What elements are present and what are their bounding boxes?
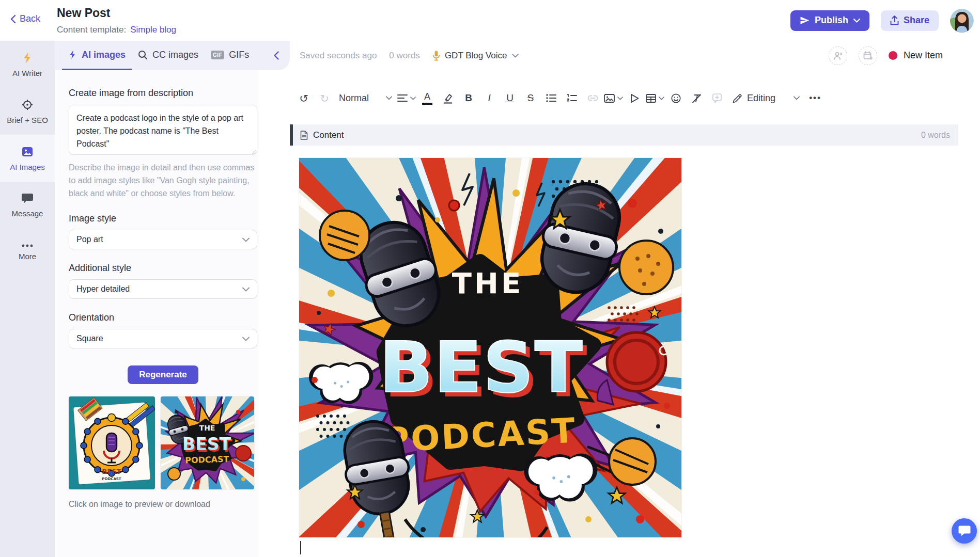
chevron-down-icon xyxy=(242,287,250,292)
redo-button[interactable]: ↻ xyxy=(315,88,334,108)
undo-button[interactable]: ↺ xyxy=(294,88,313,108)
insert-image-button[interactable] xyxy=(604,88,623,108)
search-icon xyxy=(138,50,148,60)
table-icon xyxy=(646,94,656,103)
bullet-list-button[interactable] xyxy=(542,88,561,108)
chat-icon xyxy=(958,525,971,537)
svg-text:THE: THE xyxy=(452,266,523,300)
additional-style-select[interactable]: Hyper detailed xyxy=(69,279,257,299)
image-style-select[interactable]: Pop art xyxy=(69,230,257,249)
comment-button[interactable] xyxy=(708,88,726,108)
comment-add-icon xyxy=(712,93,722,103)
template-link[interactable]: Simple blog xyxy=(130,25,176,35)
numbered-list-icon xyxy=(567,94,577,103)
lightning-icon xyxy=(68,50,77,60)
microphone-icon xyxy=(432,51,440,61)
underline-button[interactable]: U xyxy=(501,88,519,108)
generated-thumbnail-1[interactable]: . BEST PODCAST xyxy=(69,396,155,489)
back-button[interactable]: Back xyxy=(10,13,40,24)
svg-text:BEST: BEST xyxy=(102,468,121,475)
chevron-left-icon xyxy=(274,51,279,60)
template-label: Content template: xyxy=(57,25,126,35)
sidebar-item-more[interactable]: More xyxy=(0,229,55,276)
sidebar-item-brief-seo[interactable]: Brief + SEO xyxy=(0,88,55,135)
voice-selector[interactable]: GDT Blog Voice xyxy=(432,51,519,61)
new-item-status[interactable]: New Item xyxy=(889,50,943,61)
paragraph-style-select[interactable]: Normal xyxy=(336,88,395,108)
lightning-icon xyxy=(22,52,33,64)
generated-thumbnail-2[interactable]: THE BEST BEST PODCAST xyxy=(161,396,254,489)
create-image-label: Create image from description xyxy=(69,88,257,99)
word-count: 0 words xyxy=(389,51,420,61)
top-header: Back New Post Content template: Simple b… xyxy=(0,0,980,41)
clear-format-icon xyxy=(692,93,702,103)
svg-text:PODCAST: PODCAST xyxy=(102,477,121,481)
calendar-add-icon xyxy=(863,51,873,61)
additional-style-label: Additional style xyxy=(69,263,257,274)
sidebar-item-ai-images[interactable]: AI Images xyxy=(0,135,55,182)
emoji-icon xyxy=(671,93,681,103)
user-avatar[interactable] xyxy=(950,9,974,33)
image-description-input[interactable]: Create a podcast logo in the style of a … xyxy=(69,105,257,155)
save-status: Saved seconds ago xyxy=(300,51,377,61)
chevron-down-icon xyxy=(794,96,800,100)
gif-badge-icon: GIF xyxy=(211,51,224,59)
link-icon xyxy=(587,95,598,101)
schedule-button[interactable] xyxy=(859,46,877,65)
avatar-image xyxy=(950,9,974,33)
editor-area: Saved seconds ago 0 words GDT Blog Voice… xyxy=(258,41,980,557)
emoji-button[interactable] xyxy=(666,88,685,108)
thumbnail-1-image: . BEST PODCAST xyxy=(69,396,155,489)
play-icon xyxy=(630,93,639,103)
numbered-list-button[interactable] xyxy=(563,88,581,108)
regenerate-button[interactable]: Regenerate xyxy=(128,365,198,384)
status-dot-icon xyxy=(889,51,897,60)
insert-image-icon xyxy=(604,94,615,103)
content-section-bar[interactable]: Content 0 words xyxy=(290,124,958,146)
send-icon xyxy=(800,15,810,25)
image-style-label: Image style xyxy=(69,213,257,224)
toolbar-more-button[interactable]: ••• xyxy=(806,88,825,108)
clear-formatting-button[interactable] xyxy=(687,88,706,108)
tab-cc-images[interactable]: CC images xyxy=(132,41,205,70)
insert-video-button[interactable] xyxy=(625,88,644,108)
sidebar-item-ai-writer[interactable]: AI Writer xyxy=(0,41,55,88)
italic-button[interactable]: I xyxy=(480,88,499,108)
inserted-artwork[interactable]: THE BEST BEST PODCAST xyxy=(299,158,681,537)
left-rail: AI Writer Brief + SEO AI Images Message … xyxy=(0,41,55,557)
highlight-color-button[interactable] xyxy=(439,88,457,108)
add-person-icon xyxy=(833,51,843,61)
formatting-toolbar: ↺ ↻ Normal A B I U S xyxy=(294,87,825,109)
page-title: New Post xyxy=(57,6,176,20)
tab-gifs[interactable]: GIF GIFs xyxy=(205,41,255,70)
chevron-down-icon xyxy=(386,96,392,100)
orientation-label: Orientation xyxy=(69,312,257,323)
svg-text:THE: THE xyxy=(199,424,215,432)
chat-launcher-button[interactable] xyxy=(952,518,977,544)
upload-icon xyxy=(890,15,899,25)
tab-ai-images[interactable]: AI images xyxy=(62,41,132,70)
text-cursor xyxy=(300,541,301,554)
strikethrough-button[interactable]: S xyxy=(521,88,540,108)
share-button[interactable]: Share xyxy=(881,10,939,31)
invite-collaborator-button[interactable] xyxy=(829,46,847,65)
highlighter-icon xyxy=(443,93,453,104)
link-button[interactable] xyxy=(583,88,602,108)
alignment-button[interactable] xyxy=(397,88,416,108)
svg-text:PODCAST: PODCAST xyxy=(185,454,229,466)
bold-button[interactable]: B xyxy=(459,88,478,108)
chevron-down-icon xyxy=(512,54,519,58)
svg-text:BEST: BEST xyxy=(379,327,583,408)
publish-button[interactable]: Publish xyxy=(790,10,869,31)
bullet-list-icon xyxy=(546,94,556,102)
text-color-button[interactable]: A xyxy=(418,88,437,108)
chevron-left-icon xyxy=(10,14,16,24)
chevron-down-icon xyxy=(242,237,250,242)
chat-bubble-icon xyxy=(21,193,34,204)
editing-mode-select[interactable]: Editing xyxy=(728,88,804,108)
insert-table-button[interactable] xyxy=(646,88,664,108)
chevron-down-icon xyxy=(242,337,250,341)
orientation-select[interactable]: Square xyxy=(69,329,257,348)
collapse-panel-button[interactable] xyxy=(263,41,290,70)
sidebar-item-message[interactable]: Message xyxy=(0,182,55,229)
